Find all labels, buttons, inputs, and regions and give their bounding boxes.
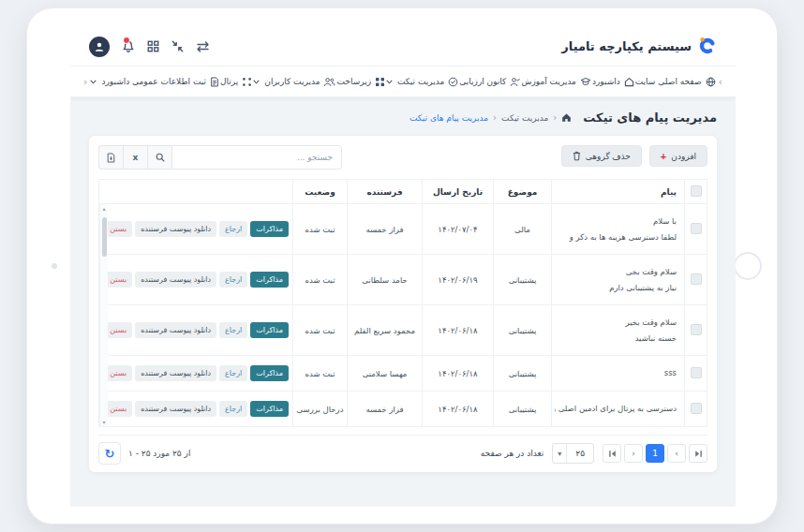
- sender-cell: محمود سریع القلم: [348, 305, 423, 356]
- breadcrumb: ‹ مدیریت تیکت ‹ مدیریت پیام های تیکت: [409, 112, 572, 123]
- col-header-date: تاریخ ارسال: [423, 180, 494, 204]
- breadcrumb-separator: ‹: [553, 112, 557, 123]
- sender-cell: حامد سلطانی: [348, 255, 423, 305]
- message-line: سلام وقت بخی: [555, 264, 677, 280]
- nav-item-infrastructure[interactable]: زیرساخت: [337, 77, 386, 87]
- row-checkbox[interactable]: [691, 324, 702, 335]
- export-file-button[interactable]: [98, 145, 123, 170]
- download-attachment-button[interactable]: دانلود پیوست فرستنده: [135, 322, 216, 338]
- swap-arrows-icon[interactable]: [196, 41, 210, 52]
- per-page-label: تعداد در هر صفحه: [481, 449, 544, 458]
- download-attachment-button[interactable]: دانلود پیوست فرستنده: [135, 365, 216, 381]
- refer-button[interactable]: ارجاع: [219, 221, 247, 237]
- notification-badge: [123, 37, 130, 44]
- date-cell: ۱۴۰۲/۰۶/۱۸: [423, 356, 494, 392]
- refer-button[interactable]: ارجاع: [219, 322, 247, 338]
- select-all-checkbox[interactable]: [691, 185, 702, 197]
- nav-scroll-left-icon[interactable]: ‹: [82, 76, 89, 88]
- negotiations-button[interactable]: مذاکرات: [250, 221, 289, 237]
- status-cell: ثبت شده: [293, 255, 348, 305]
- nav-item-education[interactable]: مدیریت آموزش: [521, 77, 591, 87]
- download-attachment-button[interactable]: دانلود پیوست فرستنده: [135, 272, 216, 288]
- message-line: لطفا دسترسی هزینه ها به ذکر و: [555, 229, 677, 245]
- exit-fullscreen-icon[interactable]: [171, 40, 184, 52]
- nav-label: ثبت اطلاعات عمومی داشبورد: [101, 77, 206, 86]
- notification-bell-icon[interactable]: [122, 40, 135, 53]
- scroll-up-icon[interactable]: ▴: [103, 205, 106, 212]
- range-label: ۱ - ۲۵ از ۲۵ مورد: [128, 449, 190, 458]
- download-attachment-button[interactable]: دانلود پیوست فرستنده: [135, 221, 216, 237]
- subject-cell: پشتیبانی: [494, 356, 552, 392]
- ticket-check-icon: [448, 77, 458, 87]
- table-row: با سلام لطفا دسترسی هزینه ها به ذکر و ما…: [99, 204, 707, 255]
- refer-button[interactable]: ارجاع: [219, 401, 247, 417]
- chevron-down-icon: [386, 80, 393, 84]
- prev-page-button[interactable]: ›: [667, 444, 686, 463]
- per-page-value: ۲۵: [567, 449, 593, 458]
- negotiations-button[interactable]: مذاکرات: [250, 401, 289, 417]
- person-check-icon: [510, 77, 520, 87]
- education-icon: [580, 77, 591, 87]
- last-page-button[interactable]: [603, 444, 621, 463]
- nav-label: مدیریت کاربران: [264, 77, 320, 86]
- subject-cell: پشتیبانی: [494, 392, 552, 427]
- download-attachment-button[interactable]: دانلود پیوست فرستنده: [135, 401, 216, 417]
- subject-cell: پشتیبانی: [494, 305, 552, 356]
- per-page-select[interactable]: ۲۵ ▾: [552, 443, 594, 464]
- refer-button[interactable]: ارجاع: [219, 272, 247, 288]
- user-avatar[interactable]: [89, 37, 110, 57]
- row-checkbox[interactable]: [691, 273, 702, 285]
- first-page-button[interactable]: [689, 444, 707, 463]
- refer-button[interactable]: ارجاع: [219, 365, 247, 381]
- date-cell: ۱۴۰۲/۰۷/۰۴: [423, 204, 494, 255]
- sender-cell: فراز خمسه: [348, 204, 423, 255]
- home-icon: [624, 77, 634, 87]
- nav-item-dashboard[interactable]: داشبورد: [592, 77, 634, 87]
- col-header-sender: فرستنده: [348, 180, 423, 204]
- search-input[interactable]: [171, 145, 342, 170]
- breadcrumb-home-icon[interactable]: [561, 112, 572, 123]
- nav-item-ticket-management[interactable]: مدیریت تیکت: [386, 77, 458, 87]
- clear-search-button[interactable]: x: [123, 145, 147, 170]
- chevron-down-icon: [90, 80, 97, 84]
- sender-cell: فراز خمسه: [348, 392, 423, 427]
- page-number-button[interactable]: 1: [646, 444, 664, 463]
- negotiations-button[interactable]: مذاکرات: [250, 272, 289, 288]
- message-cell: سلام وقت بخیر خسته نباشید: [552, 305, 685, 356]
- row-checkbox[interactable]: [691, 367, 702, 378]
- nav-item-evaluation-center[interactable]: کانون ارزیابی: [459, 77, 520, 87]
- row-actions: مذاکرات ارجاع دانلود پیوست فرستنده بستن …: [103, 365, 289, 381]
- status-cell: درحال بررسی: [293, 392, 348, 427]
- nav-item-site-home[interactable]: صفحه اصلی سایت: [635, 77, 716, 87]
- refresh-button[interactable]: ↻: [98, 442, 121, 465]
- nav-item-portal[interactable]: پرتال: [220, 77, 252, 87]
- plus-icon: +: [661, 153, 666, 160]
- negotiations-button[interactable]: مذاکرات: [250, 365, 289, 381]
- add-button-label: افزودن: [671, 152, 696, 161]
- nav-item-public-info[interactable]: ثبت اطلاعات عمومی داشبورد: [90, 77, 219, 87]
- bulk-delete-button[interactable]: حذف گروهی: [561, 145, 642, 167]
- breadcrumb-separator: ‹: [493, 112, 497, 123]
- search-button[interactable]: [147, 145, 171, 170]
- vertical-scrollbar[interactable]: ▴ ▾: [99, 204, 108, 426]
- row-checkbox[interactable]: [691, 223, 702, 234]
- last-page-icon: [608, 450, 617, 458]
- apps-grid-icon[interactable]: [147, 40, 159, 52]
- negotiations-button[interactable]: مذاکرات: [250, 322, 289, 338]
- next-page-button[interactable]: ‹: [624, 444, 643, 463]
- breadcrumb-parent-link[interactable]: مدیریت تیکت: [501, 113, 548, 123]
- nav-label: زیرساخت: [337, 77, 372, 86]
- scroll-down-icon[interactable]: ▾: [103, 419, 106, 425]
- card-toolbar: افزودن + حذف گروهی: [98, 145, 707, 170]
- tablet-frame: سیستم یکپارچه تامیار: [26, 7, 778, 525]
- nav-label: مدیریت آموزش: [521, 77, 576, 86]
- nav-item-user-management[interactable]: مدیریت کاربران: [253, 77, 335, 87]
- tickets-table: پیام موضوع تاریخ ارسال فرستنده وضعیت: [98, 179, 707, 427]
- message-line: نیاز به پشتیبانی دارم: [555, 280, 677, 296]
- brand-logo[interactable]: سیستم یکپارچه تامیار: [561, 36, 717, 58]
- nav-scroll-right-icon[interactable]: ›: [717, 76, 724, 88]
- message-line: sss: [555, 365, 677, 381]
- add-button[interactable]: افزودن +: [649, 145, 707, 167]
- row-checkbox[interactable]: [691, 403, 702, 414]
- scrollbar-thumb[interactable]: [102, 217, 107, 257]
